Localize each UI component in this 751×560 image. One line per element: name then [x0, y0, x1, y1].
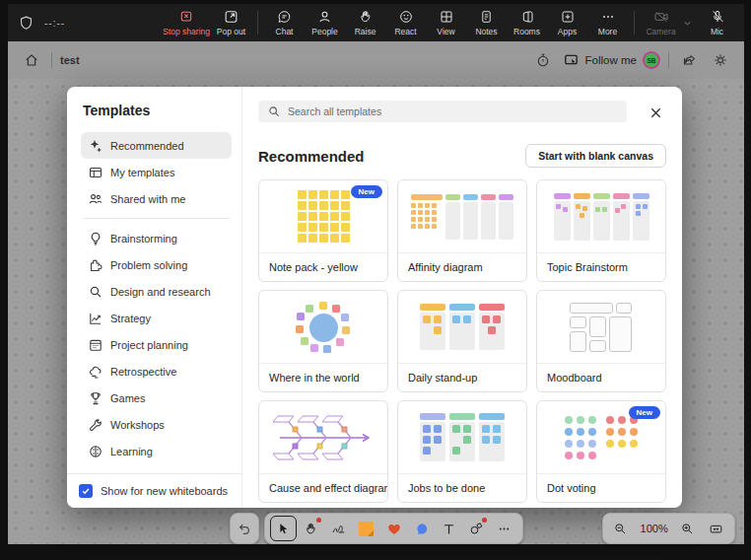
affinity-diagram-preview	[398, 180, 526, 252]
raise-hand-button[interactable]: Raise	[346, 4, 384, 41]
zoom-level: 100%	[641, 523, 668, 534]
people-icon	[316, 9, 333, 25]
timer-button[interactable]	[531, 48, 555, 72]
sidebar-divider	[83, 218, 230, 219]
sticky-note-tool[interactable]	[353, 516, 379, 541]
template-grid: New Note pack - yellow	[258, 179, 666, 503]
lightbulb-icon	[89, 232, 102, 245]
template-card-jobs-to-be-done[interactable]: Jobs to be done	[397, 400, 527, 503]
home-button[interactable]	[20, 48, 43, 72]
chat-button[interactable]: Chat	[265, 4, 304, 41]
ink-pen-tool[interactable]	[325, 516, 352, 541]
template-card-note-pack-yellow[interactable]: New Note pack - yellow	[258, 179, 388, 282]
template-search	[258, 101, 627, 122]
daily-stand-up-preview	[398, 291, 526, 363]
templates-dialog: Templates Recommended My templates Share…	[67, 87, 682, 508]
camera-button[interactable]: Camera	[642, 4, 680, 41]
presenter-avatar[interactable]: SB	[643, 51, 660, 69]
moodboard-preview	[537, 291, 665, 363]
template-card-topic-brainstorm[interactable]: Topic Brainstorm	[536, 179, 666, 282]
settings-gear-icon[interactable]	[709, 48, 732, 72]
zoom-toolbar: 100%	[602, 513, 735, 544]
sidebar-footer: Show for new whiteboards	[67, 473, 241, 508]
sidebar-item-project-planning[interactable]: Project planning	[81, 331, 232, 358]
more-button[interactable]: More	[588, 4, 627, 41]
sidebar-item-recommended[interactable]: Recommended	[81, 132, 232, 159]
raise-hand-icon	[358, 9, 374, 25]
sticky-note-icon	[359, 522, 374, 536]
sidebar-item-strategy[interactable]: Strategy	[81, 305, 232, 331]
template-card-dot-voting[interactable]: New	[536, 400, 666, 503]
view-button[interactable]: View	[427, 4, 465, 41]
more-tools-button[interactable]	[491, 516, 517, 541]
camera-options-chevron[interactable]	[682, 4, 696, 41]
blank-canvas-button[interactable]: Start with blank canvas	[525, 144, 666, 168]
screen: --:-- Stop sharing Pop out Chat	[0, 0, 751, 560]
apps-button[interactable]: Apps	[548, 4, 586, 41]
react-icon	[398, 9, 414, 25]
template-card-where-in-the-world[interactable]: Where in the world	[258, 290, 388, 392]
comment-tool[interactable]	[408, 516, 435, 541]
sidebar-item-games[interactable]: Games	[81, 385, 232, 411]
reaction-heart-tool[interactable]	[380, 516, 407, 541]
pop-out-button[interactable]: Pop out	[212, 4, 250, 41]
share-button[interactable]	[677, 48, 701, 72]
template-card-cause-and-effect[interactable]: Cause and effect diagram	[258, 400, 388, 503]
search-input[interactable]	[258, 101, 627, 122]
rooms-icon	[519, 9, 535, 25]
template-card-moodboard[interactable]: Moodboard	[536, 290, 666, 392]
template-card-affinity-diagram[interactable]: Affinity diagram	[397, 179, 527, 282]
undo-button[interactable]	[232, 516, 258, 541]
topic-brainstorm-preview	[537, 180, 665, 252]
meeting-toolbar: --:-- Stop sharing Pop out Chat	[8, 4, 744, 41]
stop-sharing-button[interactable]: Stop sharing	[163, 4, 210, 41]
rooms-button[interactable]: Rooms	[508, 4, 546, 41]
jobs-to-be-done-preview	[398, 401, 526, 473]
follow-me-button[interactable]: Follow me SB	[563, 51, 660, 69]
sidebar-item-learning[interactable]: Learning	[81, 438, 232, 464]
zoom-out-icon[interactable]	[613, 522, 628, 536]
fit-to-screen-icon[interactable]	[708, 522, 724, 536]
pop-out-icon	[223, 9, 239, 25]
sidebar-item-problem-solving[interactable]: Problem solving	[81, 251, 232, 278]
view-icon	[439, 9, 454, 25]
mic-button[interactable]: Mic	[698, 4, 736, 41]
notification-dot	[316, 518, 321, 523]
template-card-daily-stand-up[interactable]: Daily stand-up	[397, 290, 527, 392]
fishbone-preview	[259, 401, 387, 473]
toolbar-separator	[257, 11, 258, 35]
sidebar-item-workshops[interactable]: Workshops	[81, 411, 232, 438]
text-tool[interactable]	[436, 516, 462, 541]
new-badge: New	[351, 185, 382, 198]
header-separator	[668, 52, 669, 68]
puzzle-icon	[89, 258, 102, 272]
sidebar-item-design-and-research[interactable]: Design and research	[81, 278, 232, 305]
trophy-icon	[89, 391, 102, 405]
close-icon[interactable]	[647, 104, 664, 121]
react-button[interactable]: React	[386, 4, 425, 41]
wrench-icon	[89, 418, 102, 432]
notes-icon	[479, 9, 494, 25]
whiteboard-header: test Follow me SB	[8, 41, 744, 79]
sparkle-icon	[89, 139, 102, 153]
people-button[interactable]: People	[306, 4, 344, 41]
toolbar-separator	[634, 11, 635, 35]
board-title: test	[60, 54, 80, 66]
select-tool[interactable]	[270, 516, 297, 541]
calendar-icon	[89, 338, 102, 352]
chat-icon	[276, 9, 293, 25]
follow-me-icon	[563, 52, 580, 68]
sidebar-item-shared-with-me[interactable]: Shared with me	[81, 185, 232, 212]
notes-button[interactable]: Notes	[467, 4, 506, 41]
more-icon	[600, 9, 616, 25]
pan-hand-tool[interactable]	[298, 516, 324, 541]
sidebar-item-retrospective[interactable]: Retrospective	[81, 358, 232, 385]
header-separator	[51, 52, 52, 68]
people-icon	[89, 192, 102, 206]
show-for-new-whiteboards-checkbox[interactable]	[79, 484, 93, 498]
undo-toolbar	[230, 513, 259, 544]
shapes-tool[interactable]	[463, 516, 490, 541]
sidebar-item-my-templates[interactable]: My templates	[81, 159, 232, 185]
zoom-in-icon[interactable]	[680, 522, 695, 536]
sidebar-item-brainstorming[interactable]: Brainstorming	[81, 225, 232, 251]
